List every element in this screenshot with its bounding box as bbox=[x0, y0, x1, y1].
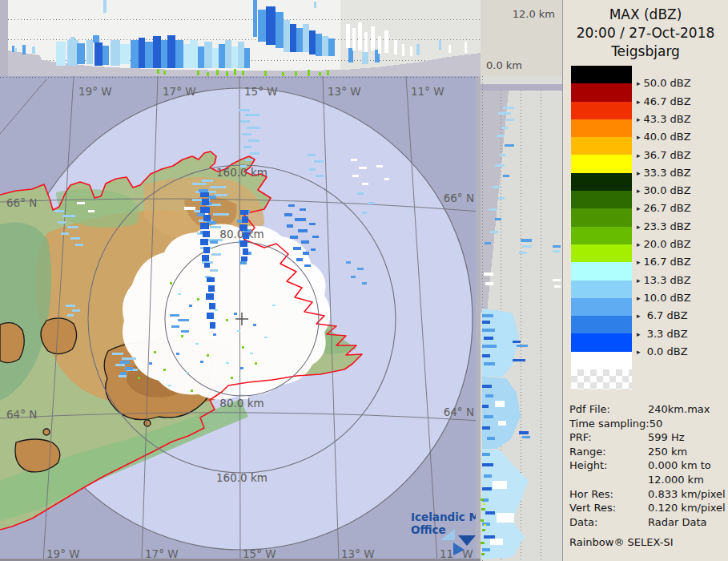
metadata-row: Hor Res:0.833 km/pixel bbox=[563, 487, 728, 502]
ew-cross-section-panel bbox=[0, 0, 481, 76]
imo-logo-text-2: Office bbox=[411, 523, 446, 536]
metadata-value: Radar Data bbox=[648, 515, 706, 530]
metadata-value: 240km.max bbox=[648, 402, 710, 417]
scale-tick-arrow-icon: ▸ bbox=[637, 330, 641, 338]
dbz-swatch bbox=[571, 333, 632, 351]
scale-tick-arrow-icon: ▸ bbox=[637, 240, 641, 248]
dbz-swatch bbox=[571, 137, 632, 155]
legend-panel: MAX (dBZ) 20:00 / 27-Oct-2018 Teigsbjarg… bbox=[562, 0, 728, 561]
dbz-scale-label: ▸ 6.7 dBZ bbox=[637, 309, 688, 321]
scale-tick-arrow-icon: ▸ bbox=[637, 258, 641, 266]
dbz-scale-label: ▸16.7 dBZ bbox=[637, 256, 691, 268]
dbz-swatch bbox=[571, 191, 632, 208]
scale-tick-arrow-icon: ▸ bbox=[637, 79, 641, 87]
metadata-label: Range: bbox=[569, 445, 648, 459]
dbz-swatch bbox=[571, 262, 632, 280]
product-name: MAX (dBZ) bbox=[563, 6, 728, 24]
scale-tick-arrow-icon: ▸ bbox=[637, 169, 641, 177]
metadata-label: PRF: bbox=[569, 430, 648, 445]
lon-label-top: 13° W bbox=[328, 85, 361, 98]
imo-logo-text-1: Icelandic Met bbox=[411, 511, 481, 523]
lon-label-bottom: 15° W bbox=[243, 547, 276, 560]
dbz-swatch bbox=[571, 280, 632, 298]
scale-tick-arrow-icon: ▸ bbox=[637, 204, 641, 212]
dbz-swatch bbox=[571, 173, 632, 191]
product-metadata: Pdf File:240km.maxTime sampling:50PRF:59… bbox=[563, 402, 728, 529]
metadata-row: Time sampling:50 bbox=[563, 417, 728, 431]
metadata-row: PRF:599 Hz bbox=[563, 430, 728, 445]
dbz-swatch bbox=[571, 119, 632, 137]
software-brand: Rainbow® SELEX-SI bbox=[563, 536, 728, 548]
ring-label: 160.0 km bbox=[216, 471, 267, 484]
dbz-scale-label: ▸50.0 dBZ bbox=[637, 77, 691, 89]
metadata-label: Vert Res: bbox=[569, 501, 648, 515]
lat-label-left: 64° N bbox=[6, 408, 37, 421]
dbz-scale-label: ▸33.3 dBZ bbox=[637, 167, 691, 179]
dbz-swatch bbox=[571, 244, 632, 262]
ring-label: 160.0 km bbox=[216, 166, 267, 179]
metadata-row: Data:Radar Data bbox=[563, 515, 728, 530]
dbz-swatch bbox=[571, 66, 632, 83]
scale-tick-arrow-icon: ▸ bbox=[637, 98, 641, 106]
dbz-scale-label: ▸13.3 dBZ bbox=[637, 274, 691, 286]
metadata-value: 0.000 km to bbox=[648, 458, 711, 473]
scale-tick-arrow-icon: ▸ bbox=[637, 115, 641, 123]
scale-tick-arrow-icon: ▸ bbox=[637, 187, 641, 195]
dbz-swatch bbox=[571, 102, 632, 119]
radar-map: 19° W 17° W 15° W 13° W 11° W 19° W 17° … bbox=[0, 76, 481, 561]
radar-display-window: 12.0 km 0.0 km bbox=[0, 0, 728, 561]
dbz-scale-label: ▸46.7 dBZ bbox=[637, 95, 691, 107]
metadata-row: Range:250 km bbox=[563, 445, 728, 459]
height-axis-box: 12.0 km 0.0 km bbox=[481, 0, 562, 76]
lat-label-right: 66° N bbox=[444, 192, 474, 204]
lat-label-left: 66° N bbox=[6, 196, 37, 209]
dbz-scale-label: ▸ 3.3 dBZ bbox=[637, 328, 688, 340]
scale-tick-arrow-icon: ▸ bbox=[637, 133, 641, 141]
height-axis-max-label: 12.0 km bbox=[513, 8, 555, 20]
lon-label-bottom: 13° W bbox=[341, 547, 375, 560]
metadata-row: Pdf File:240km.max bbox=[563, 402, 728, 417]
dbz-scale-label: ▸10.0 dBZ bbox=[637, 292, 691, 304]
scale-tick-arrow-icon: ▸ bbox=[637, 151, 641, 159]
dbz-swatch bbox=[571, 316, 632, 333]
ring-label: 80.0 km bbox=[219, 397, 263, 410]
metadata-label: Height: bbox=[569, 458, 648, 473]
product-datetime: 20:00 / 27-Oct-2018 bbox=[563, 24, 728, 42]
panel-edge-strip bbox=[0, 0, 8, 76]
dbz-scale-blocks bbox=[571, 66, 632, 389]
metadata-label: Data: bbox=[569, 515, 648, 530]
metadata-value: 250 km bbox=[648, 445, 687, 459]
lon-label-top: 17° W bbox=[163, 85, 196, 98]
metadata-value: 0.120 km/pixel bbox=[648, 501, 726, 515]
metadata-row: Vert Res:0.120 km/pixel bbox=[563, 501, 728, 515]
dbz-swatch-transparent bbox=[571, 369, 632, 389]
lon-label-bottom: 17° W bbox=[145, 547, 179, 560]
dbz-scale-label: ▸43.3 dBZ bbox=[637, 113, 691, 125]
dbz-swatch bbox=[571, 155, 632, 172]
lon-label-top: 15° W bbox=[244, 85, 278, 98]
dbz-scale-label: ▸36.7 dBZ bbox=[637, 149, 691, 161]
metadata-value-line2: 12.000 km bbox=[563, 473, 728, 487]
scale-tick-arrow-icon: ▸ bbox=[637, 223, 641, 231]
lat-label-right: 64° N bbox=[444, 406, 474, 418]
dbz-scale-label: ▸26.7 dBZ bbox=[637, 202, 691, 214]
metadata-value: 599 Hz bbox=[648, 430, 685, 445]
ns-cross-section-panel bbox=[481, 76, 562, 561]
metadata-label: Pdf File: bbox=[569, 402, 648, 417]
dbz-scale-label: ▸23.3 dBZ bbox=[637, 220, 691, 232]
metadata-label: Hor Res: bbox=[569, 487, 648, 502]
dbz-swatch bbox=[571, 227, 632, 244]
legend-title: MAX (dBZ) 20:00 / 27-Oct-2018 Teigsbjarg bbox=[563, 6, 728, 61]
panel-edge-strip bbox=[481, 84, 562, 91]
scale-tick-arrow-icon: ▸ bbox=[637, 294, 641, 302]
dbz-scale-label: ▸ 0.0 dBZ bbox=[637, 345, 688, 357]
dbz-scale-label: ▸40.0 dBZ bbox=[637, 131, 691, 143]
dbz-swatch bbox=[571, 298, 632, 316]
lon-label-bottom: 19° W bbox=[46, 547, 80, 560]
station-name: Teigsbjarg bbox=[563, 42, 728, 61]
dbz-scale-label: ▸30.0 dBZ bbox=[637, 184, 691, 196]
metadata-label: Time sampling: bbox=[569, 417, 650, 431]
height-axis-min-label: 0.0 km bbox=[486, 59, 522, 71]
metadata-value: 0.833 km/pixel bbox=[648, 487, 726, 502]
scale-tick-arrow-icon: ▸ bbox=[637, 276, 641, 285]
